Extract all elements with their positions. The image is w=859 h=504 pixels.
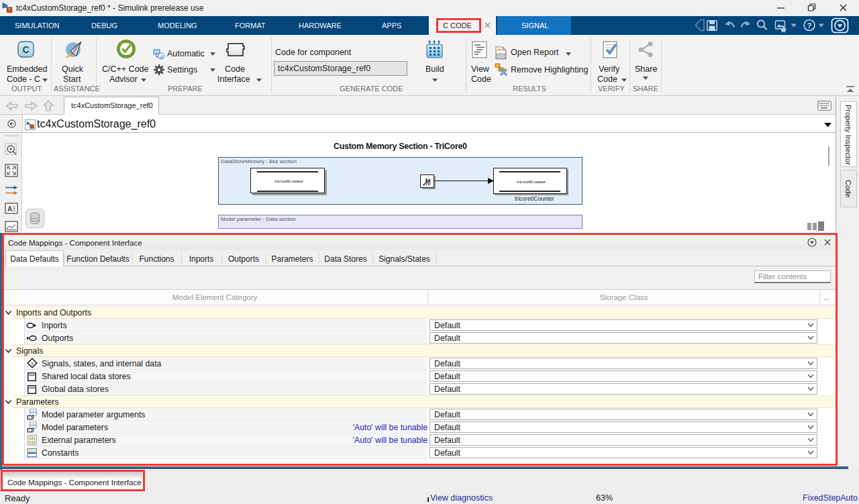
svg-text:?: ? (807, 21, 811, 30)
svg-text:C: C (22, 44, 29, 55)
svg-text:A: A (160, 54, 163, 59)
svg-text:A: A (7, 205, 12, 213)
